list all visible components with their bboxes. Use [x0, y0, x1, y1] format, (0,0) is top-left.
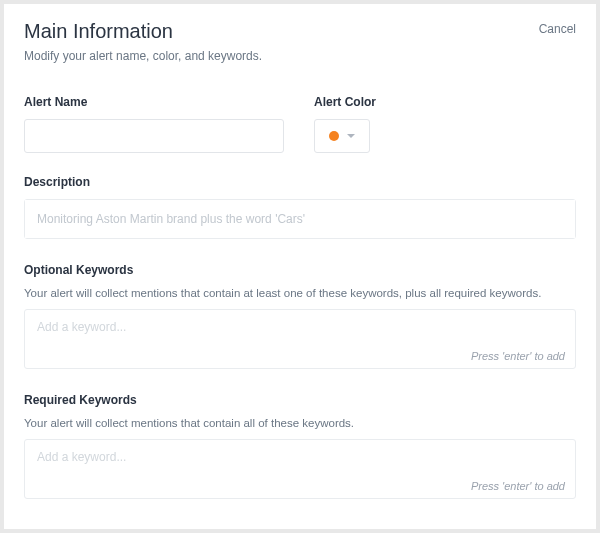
alert-name-label: Alert Name — [24, 95, 284, 109]
optional-keywords-hint: Press 'enter' to add — [471, 350, 565, 362]
optional-keywords-box: Press 'enter' to add — [24, 309, 576, 369]
page-title: Main Information — [24, 20, 173, 43]
color-swatch-icon — [329, 131, 339, 141]
name-color-row: Alert Name Alert Color — [24, 95, 576, 153]
alert-color-select[interactable] — [314, 119, 370, 153]
main-information-panel: Main Information Cancel Modify your aler… — [4, 4, 596, 529]
alert-name-field: Alert Name — [24, 95, 284, 153]
alert-color-field: Alert Color — [314, 95, 376, 153]
required-keywords-box: Press 'enter' to add — [24, 439, 576, 499]
header-left: Main Information — [24, 20, 173, 49]
required-keywords-hint: Press 'enter' to add — [471, 480, 565, 492]
description-input[interactable] — [25, 200, 575, 238]
cancel-button[interactable]: Cancel — [539, 22, 576, 36]
page-subtitle: Modify your alert name, color, and keywo… — [24, 49, 576, 63]
optional-keywords-label: Optional Keywords — [24, 263, 576, 277]
optional-keywords-section: Optional Keywords Your alert will collec… — [24, 263, 576, 369]
chevron-down-icon — [347, 134, 355, 138]
required-keywords-input[interactable] — [25, 440, 575, 474]
alert-color-label: Alert Color — [314, 95, 376, 109]
optional-keywords-helper: Your alert will collect mentions that co… — [24, 287, 576, 299]
optional-keywords-input[interactable] — [25, 310, 575, 344]
description-section: Description — [24, 175, 576, 239]
required-keywords-label: Required Keywords — [24, 393, 576, 407]
description-label: Description — [24, 175, 576, 189]
header-row: Main Information Cancel — [24, 20, 576, 49]
description-input-wrap — [24, 199, 576, 239]
required-keywords-helper: Your alert will collect mentions that co… — [24, 417, 576, 429]
alert-name-input[interactable] — [24, 119, 284, 153]
required-keywords-section: Required Keywords Your alert will collec… — [24, 393, 576, 499]
